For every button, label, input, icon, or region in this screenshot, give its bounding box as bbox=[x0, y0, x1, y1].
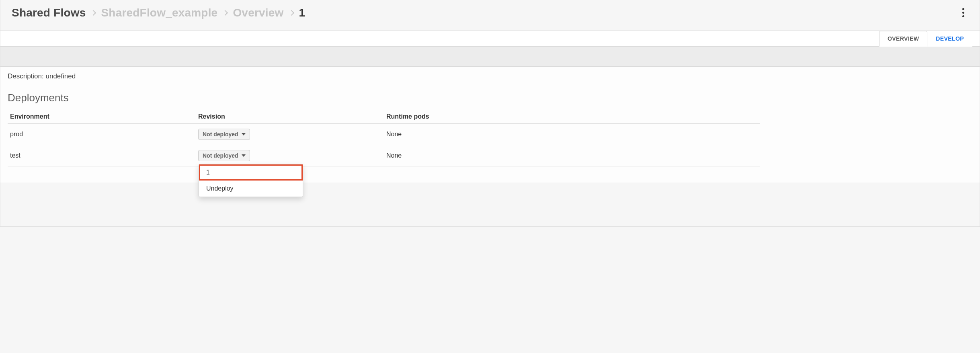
revision-cell: Not deployed 1 Undeploy bbox=[196, 145, 384, 166]
table-row: test Not deployed 1 Undeploy None bbox=[8, 145, 760, 166]
breadcrumb-overview[interactable]: Overview bbox=[233, 6, 283, 19]
dropdown-option-revision-1[interactable]: 1 bbox=[199, 164, 303, 181]
runtime-cell: None bbox=[384, 145, 760, 166]
caret-down-icon bbox=[242, 154, 246, 157]
caret-down-icon bbox=[242, 133, 246, 135]
header-revision: Revision bbox=[196, 110, 384, 124]
page-header: Shared Flows SharedFlow_example Overview… bbox=[0, 0, 980, 31]
breadcrumb: Shared Flows SharedFlow_example Overview… bbox=[12, 6, 305, 19]
revision-dropdown-prod[interactable]: Not deployed bbox=[198, 129, 250, 140]
revision-dropdown-label: Not deployed bbox=[203, 131, 238, 138]
deployments-heading: Deployments bbox=[8, 92, 972, 104]
runtime-cell: None bbox=[384, 124, 760, 145]
breadcrumb-root[interactable]: Shared Flows bbox=[12, 6, 86, 19]
more-actions-button[interactable] bbox=[958, 4, 968, 21]
breadcrumb-shared-flow-name[interactable]: SharedFlow_example bbox=[101, 6, 217, 19]
tab-bar: OVERVIEW DEVELOP bbox=[0, 31, 980, 47]
env-cell: prod bbox=[8, 124, 196, 145]
overview-content: Description: undefined Deployments Envir… bbox=[0, 67, 980, 183]
tab-develop[interactable]: DEVELOP bbox=[927, 31, 972, 47]
revision-dropdown-test[interactable]: Not deployed 1 Undeploy bbox=[198, 150, 250, 161]
revision-dropdown-label: Not deployed bbox=[203, 152, 238, 159]
chevron-right-icon bbox=[288, 10, 294, 15]
dropdown-option-undeploy[interactable]: Undeploy bbox=[199, 181, 303, 197]
table-row: prod Not deployed None bbox=[8, 124, 760, 145]
chevron-right-icon bbox=[222, 10, 228, 15]
breadcrumb-revision: 1 bbox=[299, 6, 305, 19]
chevron-right-icon bbox=[90, 10, 96, 15]
revision-cell: Not deployed bbox=[196, 124, 384, 145]
header-runtime-pods: Runtime pods bbox=[384, 110, 760, 124]
revision-dropdown-menu: 1 Undeploy bbox=[199, 164, 303, 197]
deployments-table: Environment Revision Runtime pods prod N… bbox=[8, 110, 760, 166]
toolbar-band bbox=[0, 47, 980, 67]
env-cell: test bbox=[8, 145, 196, 166]
description-text: Description: undefined bbox=[8, 72, 972, 80]
tab-overview[interactable]: OVERVIEW bbox=[879, 31, 927, 47]
header-environment: Environment bbox=[8, 110, 196, 124]
